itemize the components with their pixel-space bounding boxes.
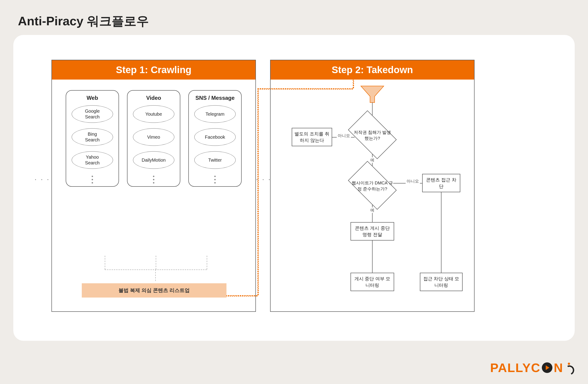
decision-text: 웹사이트가 DMCA 규정 준수하는가?: [352, 172, 393, 200]
brand-text: N: [554, 361, 563, 375]
decision-dmca: 웹사이트가 DMCA 규정 준수하는가?: [348, 161, 397, 210]
page-title: Anti-Piracy 워크플로우: [18, 13, 149, 30]
svg-marker-0: [361, 86, 384, 103]
step-2-header: Step 2: Takedown: [271, 60, 474, 80]
crawl-source: Telegram: [194, 105, 236, 123]
crawl-col-video: Video Youtube Vimeo DailyMotion: [127, 90, 180, 187]
listup-note: 불법 복제 의심 콘텐츠 리스트업: [82, 283, 227, 297]
step-1-header: Step 1: Crawling: [52, 60, 255, 80]
play-icon: [542, 362, 552, 373]
crawl-col-title: Video: [146, 95, 161, 101]
decision-copyright: 저작권 침해가 발생 했는가?: [348, 110, 397, 159]
step-2-panel: Step 2: Takedown 저작권 침해가 발생 했는가? 웹사이트가 D…: [270, 60, 475, 312]
edge-label-yes: 예: [369, 157, 375, 163]
edge-label-yes: 예: [369, 207, 375, 213]
action-monitor-takedown: 게시 중단 여부 모니터링: [351, 273, 394, 291]
crawl-col-title: Web: [86, 95, 98, 101]
edge-label-no: 아니오: [337, 133, 351, 138]
funnel-icon: [358, 84, 386, 104]
action-block-access: 콘텐츠 접근 차단: [422, 174, 460, 192]
crawl-col-sns: SNS / Message Telegram Facebook Twitter: [188, 90, 242, 187]
crawl-col-title: SNS / Message: [195, 95, 235, 101]
crawl-source: Yahoo Search: [72, 151, 113, 169]
action-takedown-order: 콘텐츠 게시 중단 명령 전달: [351, 222, 394, 241]
crawl-source: Twitter: [194, 151, 236, 169]
crawl-source: Bing Search: [72, 128, 113, 146]
edge-label-no: 아니오: [406, 179, 420, 184]
brand-text: PALLYC: [490, 361, 541, 375]
brand-logo: PALLYC N: [490, 361, 573, 375]
ellipsis-icon: . . .: [34, 173, 50, 182]
connector-dashed: [257, 88, 259, 295]
crawl-col-web: Web Google Search Bing Search Yahoo Sear…: [66, 90, 119, 187]
swoosh-icon: [565, 362, 573, 373]
flow-area: 저작권 침해가 발생 했는가? 웹사이트가 DMCA 규정 준수하는가? 아니오…: [271, 80, 474, 312]
step-1-panel: Step 1: Crawling Web Google Search Bing …: [51, 60, 256, 312]
decision-text: 저작권 침해가 발생 했는가?: [352, 122, 393, 149]
crawl-source: Vimeo: [133, 128, 174, 146]
crawl-source: Facebook: [194, 128, 236, 146]
vertical-ellipsis-icon: [153, 176, 154, 183]
workflow-card: . . . . . . Step 1: Crawling Web Google …: [13, 35, 575, 341]
crawl-source: Google Search: [72, 105, 113, 123]
crawl-source: Youtube: [133, 105, 174, 123]
vertical-ellipsis-icon: [214, 176, 216, 183]
vertical-ellipsis-icon: [92, 176, 93, 183]
crawl-source: DailyMotion: [133, 151, 174, 169]
action-monitor-block: 접근 차단 상태 모니터링: [420, 273, 462, 291]
action-no-action: 별도의 조치를 취하지 않는다: [292, 128, 332, 146]
